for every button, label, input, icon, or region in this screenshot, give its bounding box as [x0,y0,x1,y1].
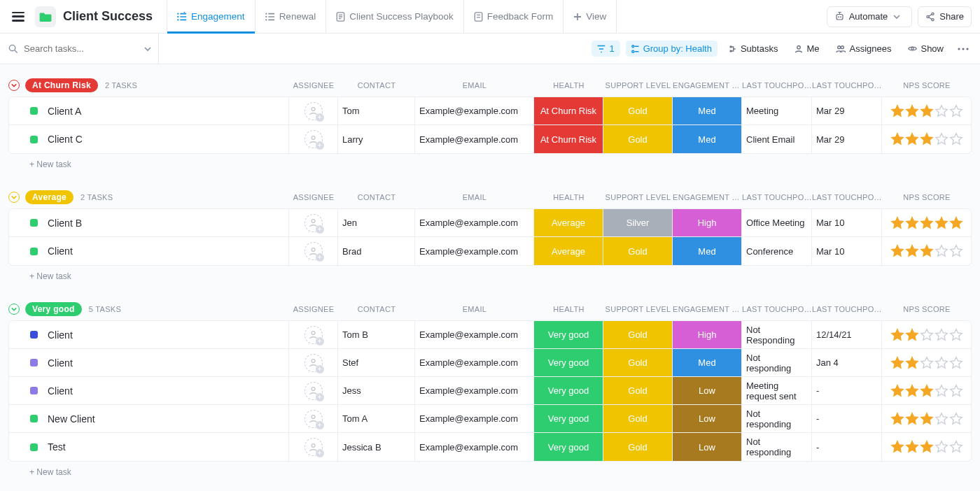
cell-assignee[interactable] [288,433,337,461]
avatar-placeholder[interactable] [304,410,323,428]
cell-contact[interactable]: Tom B [337,321,414,348]
group-pill[interactable]: Very good [25,302,82,316]
avatar-placeholder[interactable] [304,242,323,260]
more-button[interactable] [955,41,972,57]
status-indicator[interactable] [30,443,38,451]
task-name[interactable]: Client B [48,218,82,229]
avatar-placeholder[interactable] [304,438,323,456]
new-task-button[interactable]: + New task [8,266,972,287]
task-name[interactable]: Client [48,357,73,369]
col-touchpoint-date[interactable]: LAST TOUCHPOI… [812,305,882,313]
status-indicator[interactable] [30,136,38,143]
cell-health[interactable]: Very good [533,433,603,461]
cell-nps[interactable] [881,377,971,404]
table-row[interactable]: Client Stef Example@example.com Very goo… [9,349,971,377]
group-pill[interactable]: At Churn Risk [25,78,98,92]
col-nps[interactable]: NPS SCORE [882,305,972,313]
cell-assignee[interactable] [288,209,337,236]
table-row[interactable]: Client Jess Example@example.com Very goo… [9,377,971,405]
cell-assignee[interactable] [288,377,337,404]
collapse-button[interactable] [8,192,20,203]
cell-touchpoint-date[interactable]: Mar 10 [811,209,881,236]
avatar-placeholder[interactable] [304,382,323,400]
col-engagement[interactable]: ENGAGEMENT L… [673,81,742,90]
search-input[interactable] [22,43,144,55]
col-assignee[interactable]: ASSIGNEE [289,193,338,201]
col-email[interactable]: EMAIL [415,305,534,313]
cell-nps[interactable] [881,237,971,265]
col-contact[interactable]: CONTACT [338,81,415,90]
chevron-down-icon[interactable] [144,45,151,52]
col-support[interactable]: SUPPORT LEVEL [603,81,673,90]
cell-health[interactable]: At Churn Risk [533,97,603,124]
status-indicator[interactable] [30,107,38,115]
cell-email[interactable]: Example@example.com [414,377,533,404]
add-view-button[interactable]: View [564,0,617,33]
status-indicator[interactable] [30,359,38,367]
cell-nps[interactable] [881,349,971,376]
subtasks-button[interactable]: Subtasks [723,41,783,57]
cell-touchpoint[interactable]: Not responding [741,349,811,376]
tab-feedback[interactable]: Feedback Form [464,0,564,33]
cell-assignee[interactable] [288,97,337,124]
table-row[interactable]: Client C Larry Example@example.com At Ch… [9,125,971,153]
status-indicator[interactable] [30,331,38,339]
col-touchpoint[interactable]: LAST TOUCHPOI… [742,193,812,201]
cell-engagement[interactable]: Med [672,125,741,153]
cell-engagement[interactable]: Low [672,405,741,432]
show-button[interactable]: Show [902,41,949,57]
cell-email[interactable]: Example@example.com [414,125,533,153]
cell-touchpoint-date[interactable]: Mar 29 [811,125,881,153]
new-task-button[interactable]: + New task [8,154,972,175]
cell-contact[interactable]: Jen [337,209,414,236]
cell-health[interactable]: Very good [533,405,603,432]
cell-support[interactable]: Gold [603,321,672,348]
cell-support[interactable]: Gold [603,377,672,404]
col-support[interactable]: SUPPORT LEVEL [603,193,673,201]
col-nps[interactable]: NPS SCORE [882,193,972,201]
table-row[interactable]: Client Brad Example@example.com Average … [9,237,971,265]
cell-email[interactable]: Example@example.com [414,405,533,432]
col-touchpoint-date[interactable]: LAST TOUCHPOI… [812,193,882,201]
table-row[interactable]: Client A Tom Example@example.com At Chur… [9,97,971,125]
task-name[interactable]: Test [48,441,66,453]
status-indicator[interactable] [30,415,38,422]
cell-touchpoint[interactable]: Office Meeting [741,209,811,236]
cell-assignee[interactable] [288,405,337,432]
cell-support[interactable]: Silver [603,209,672,236]
tab-engagement[interactable]: Engagement [167,0,255,33]
task-name[interactable]: Client C [48,134,83,145]
avatar-placeholder[interactable] [304,130,323,148]
me-button[interactable]: Me [789,41,825,57]
cell-contact[interactable]: Brad [337,237,414,265]
cell-contact[interactable]: Jessica B [337,433,414,461]
menu-button[interactable] [8,7,28,27]
cell-touchpoint-date[interactable]: Mar 29 [811,97,881,124]
col-support[interactable]: SUPPORT LEVEL [603,305,673,313]
cell-health[interactable]: Average [533,209,603,236]
cell-support[interactable]: Gold [603,405,672,432]
status-indicator[interactable] [30,219,38,227]
status-indicator[interactable] [30,248,38,255]
cell-nps[interactable] [881,405,971,432]
cell-support[interactable]: Gold [603,349,672,376]
cell-contact[interactable]: Stef [337,349,414,376]
cell-email[interactable]: Example@example.com [414,237,533,265]
cell-nps[interactable] [881,209,971,236]
task-name[interactable]: Client [48,385,73,397]
cell-assignee[interactable] [288,321,337,348]
cell-touchpoint[interactable]: Conference [741,237,811,265]
col-engagement[interactable]: ENGAGEMENT L… [673,193,742,201]
cell-touchpoint-date[interactable]: Jan 4 [811,349,881,376]
cell-assignee[interactable] [288,237,337,265]
cell-touchpoint-date[interactable]: - [811,433,881,461]
task-name[interactable]: New Client [48,413,95,425]
cell-touchpoint-date[interactable]: 12/14/21 [811,321,881,348]
col-touchpoint[interactable]: LAST TOUCHPOI… [742,81,812,90]
col-nps[interactable]: NPS SCORE [882,81,972,90]
status-indicator[interactable] [30,387,38,394]
cell-engagement[interactable]: Med [672,237,741,265]
groupby-button[interactable]: Group by: Health [626,41,718,57]
col-assignee[interactable]: ASSIGNEE [289,81,338,90]
cell-touchpoint[interactable]: Client Email [741,125,811,153]
